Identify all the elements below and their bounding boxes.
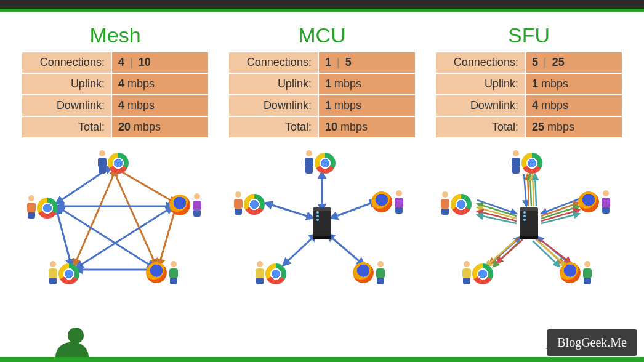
column-title: MCU [298, 23, 345, 47]
chrome-icon [265, 263, 286, 284]
table-row: Total: 10 mbps [228, 116, 416, 138]
user-icon [191, 193, 203, 217]
value-number: 10 [325, 121, 337, 133]
value-b: 10 [139, 56, 151, 68]
table-row: Uplink: 1 mbps [435, 73, 622, 95]
cell-value: 25 mbps [525, 116, 622, 138]
value-b: 5 [345, 56, 352, 68]
chrome-icon [58, 263, 79, 284]
value-unit: mbps [547, 121, 574, 133]
value-number: 1 [325, 78, 331, 90]
user-icon [440, 191, 451, 215]
table-row: Downlink: 4 mbps [22, 95, 209, 116]
cell-value: 5 | 25 [525, 52, 622, 73]
cell-value: 4 mbps [111, 73, 209, 95]
user-icon [393, 190, 405, 214]
presenter-silhouette-icon [55, 328, 99, 358]
svg-line-14 [268, 204, 311, 217]
peer-node [47, 257, 84, 288]
pipe-separator: | [544, 56, 547, 68]
cell-value: 4 | 10 [111, 52, 209, 73]
value-unit: mbps [134, 121, 161, 133]
cell-value: 10 mbps [318, 116, 416, 138]
svg-line-33 [497, 239, 523, 263]
cell-label: Total: [22, 116, 111, 138]
stats-table-mesh: Connections: 4 | 10 Uplink: 4 mbps Downl… [21, 51, 209, 139]
cell-label: Connections: [228, 52, 318, 73]
firefox-icon [353, 262, 374, 283]
user-icon [168, 261, 179, 284]
value-number: 4 [532, 99, 538, 111]
diagram-mesh [23, 143, 207, 291]
value-number: 4 [118, 99, 124, 111]
user-icon [254, 261, 265, 284]
svg-line-36 [477, 204, 517, 216]
cell-label: Uplink: [435, 73, 525, 95]
table-row: Downlink: 4 mbps [435, 95, 622, 116]
chrome-icon [315, 153, 336, 174]
chrome-icon [37, 198, 58, 219]
value-number: 20 [118, 121, 131, 133]
svg-line-21 [541, 203, 579, 216]
window-top-bar [0, 0, 644, 9]
peer-node [578, 187, 615, 217]
cell-label: Uplink: [228, 73, 318, 95]
brand-badge: BlogGeek.Me [547, 329, 637, 356]
cell-value: 1 | 5 [318, 52, 416, 73]
table-row: Total: 20 mbps [22, 116, 209, 138]
table-row: Total: 25 mbps [435, 116, 622, 138]
peer-node [371, 187, 408, 217]
peer-node [146, 257, 183, 288]
table-row: Uplink: 1 mbps [228, 73, 416, 95]
value-unit: mbps [334, 99, 361, 111]
cell-value: 1 mbps [318, 95, 416, 116]
svg-line-18 [533, 174, 534, 206]
pipe-separator: | [130, 56, 133, 68]
stats-table-mcu: Connections: 1 | 5 Uplink: 1 mbps Downli… [228, 51, 416, 139]
firefox-icon [560, 262, 581, 283]
peer-node [233, 188, 270, 219]
cell-value: 1 mbps [318, 73, 416, 95]
peer-node [560, 257, 597, 288]
value-a: 1 [325, 56, 331, 68]
chrome-icon [451, 194, 472, 215]
value-unit: mbps [127, 78, 155, 90]
chrome-icon [521, 153, 542, 174]
peer-node [169, 190, 206, 220]
cell-value: 20 mbps [111, 116, 209, 138]
cell-label: Downlink: [228, 95, 318, 116]
column-title: Mesh [89, 23, 140, 47]
svg-line-16 [528, 174, 529, 206]
cell-value: 4 mbps [525, 95, 622, 116]
peer-node [97, 147, 134, 177]
value-unit: mbps [127, 99, 155, 111]
table-row: Downlink: 1 mbps [228, 95, 416, 116]
firefox-icon [371, 191, 392, 212]
peer-node [510, 147, 547, 177]
cell-label: Total: [435, 116, 525, 138]
user-icon [97, 150, 108, 174]
value-b: 25 [552, 56, 565, 68]
cell-label: Total: [228, 116, 318, 138]
table-row: Connections: 4 | 10 [22, 52, 209, 73]
user-icon [375, 261, 386, 284]
diagram-sfu [437, 143, 621, 291]
cell-label: Downlink: [22, 95, 111, 116]
diagram-mcu [230, 143, 414, 291]
slide-content: Mesh Connections: 4 | 10 Uplink: 4 mbps … [0, 12, 644, 291]
user-icon [304, 150, 315, 174]
user-icon [233, 191, 244, 215]
value-unit: mbps [334, 78, 361, 90]
stats-table-sfu: Connections: 5 | 25 Uplink: 1 mbps Downl… [435, 51, 623, 139]
table-row: Connections: 5 | 25 [435, 52, 622, 73]
svg-line-6 [75, 171, 115, 263]
user-icon [461, 261, 472, 284]
firefox-icon [146, 262, 167, 283]
cell-value: 4 mbps [111, 95, 209, 116]
accent-bar-bottom [0, 357, 644, 362]
svg-line-15 [524, 174, 526, 206]
peer-node [254, 257, 291, 288]
column-mcu: MCU Connections: 1 | 5 Uplink: 1 mbps Do… [228, 23, 416, 291]
value-unit: mbps [340, 121, 368, 133]
peer-node [461, 257, 498, 288]
